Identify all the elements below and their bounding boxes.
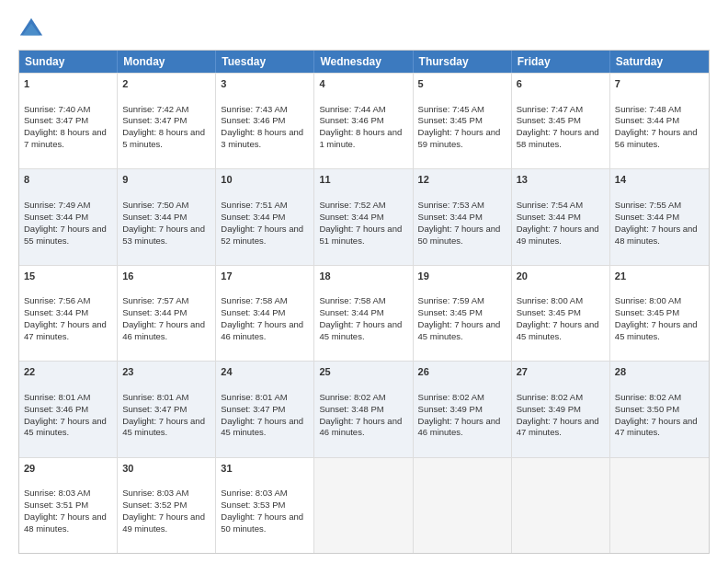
sunset-text: Sunset: 3:47 PM bbox=[122, 115, 187, 125]
cal-cell: 7Sunrise: 7:48 AMSunset: 3:44 PMDaylight… bbox=[610, 74, 709, 168]
cal-cell: 18Sunrise: 7:58 AMSunset: 3:44 PMDayligh… bbox=[314, 266, 413, 361]
day-number: 28 bbox=[615, 365, 704, 379]
sunrise-text: Sunrise: 8:01 AM bbox=[122, 392, 188, 402]
day-number: 11 bbox=[319, 173, 407, 187]
cal-header-tuesday: Tuesday bbox=[216, 51, 314, 73]
day-number: 14 bbox=[615, 173, 704, 187]
daylight-text: Daylight: 7 hours and 48 minutes. bbox=[615, 224, 698, 246]
sunrise-text: Sunrise: 7:40 AM bbox=[24, 104, 90, 114]
daylight-text: Daylight: 7 hours and 45 minutes. bbox=[615, 319, 698, 341]
sunrise-text: Sunrise: 8:02 AM bbox=[615, 392, 681, 402]
sunset-text: Sunset: 3:44 PM bbox=[517, 212, 581, 222]
daylight-text: Daylight: 7 hours and 45 minutes. bbox=[122, 416, 205, 438]
sunset-text: Sunset: 3:44 PM bbox=[221, 307, 285, 317]
cal-cell: 25Sunrise: 8:02 AMSunset: 3:48 PMDayligh… bbox=[314, 362, 413, 456]
cal-cell: 17Sunrise: 7:58 AMSunset: 3:44 PMDayligh… bbox=[216, 266, 314, 361]
daylight-text: Daylight: 7 hours and 46 minutes. bbox=[319, 416, 402, 438]
day-number: 22 bbox=[24, 365, 112, 379]
sunrise-text: Sunrise: 7:52 AM bbox=[319, 200, 385, 210]
sunrise-text: Sunrise: 7:57 AM bbox=[122, 295, 188, 305]
sunset-text: Sunset: 3:44 PM bbox=[319, 307, 383, 317]
cal-week-4: 22Sunrise: 8:01 AMSunset: 3:46 PMDayligh… bbox=[19, 361, 709, 456]
daylight-text: Daylight: 7 hours and 45 minutes. bbox=[319, 319, 402, 341]
daylight-text: Daylight: 7 hours and 45 minutes. bbox=[221, 416, 303, 438]
day-number: 3 bbox=[221, 77, 309, 91]
cal-week-2: 8Sunrise: 7:49 AMSunset: 3:44 PMDaylight… bbox=[19, 168, 709, 264]
sunset-text: Sunset: 3:44 PM bbox=[122, 307, 187, 317]
sunset-text: Sunset: 3:44 PM bbox=[418, 212, 483, 222]
sunrise-text: Sunrise: 7:53 AM bbox=[418, 200, 484, 210]
cal-week-5: 29Sunrise: 8:03 AMSunset: 3:51 PMDayligh… bbox=[19, 457, 709, 553]
daylight-text: Daylight: 7 hours and 53 minutes. bbox=[122, 224, 205, 246]
day-number: 6 bbox=[517, 77, 605, 91]
sunset-text: Sunset: 3:44 PM bbox=[319, 212, 383, 222]
sunset-text: Sunset: 3:46 PM bbox=[221, 115, 285, 125]
calendar: SundayMondayTuesdayWednesdayThursdayFrid… bbox=[18, 50, 710, 554]
sunrise-text: Sunrise: 8:01 AM bbox=[221, 392, 287, 402]
cal-cell: 27Sunrise: 8:02 AMSunset: 3:49 PMDayligh… bbox=[512, 362, 610, 456]
day-number: 26 bbox=[418, 365, 506, 379]
sunset-text: Sunset: 3:44 PM bbox=[615, 212, 679, 222]
cal-cell: 8Sunrise: 7:49 AMSunset: 3:44 PMDaylight… bbox=[19, 169, 118, 264]
daylight-text: Daylight: 7 hours and 58 minutes. bbox=[517, 127, 599, 149]
cal-cell: 16Sunrise: 7:57 AMSunset: 3:44 PMDayligh… bbox=[118, 266, 216, 361]
header bbox=[18, 17, 710, 42]
sunset-text: Sunset: 3:44 PM bbox=[615, 115, 679, 125]
sunset-text: Sunset: 3:47 PM bbox=[24, 115, 88, 125]
sunrise-text: Sunrise: 7:45 AM bbox=[418, 104, 484, 114]
day-number: 31 bbox=[221, 462, 309, 476]
sunrise-text: Sunrise: 7:58 AM bbox=[319, 295, 385, 305]
day-number: 30 bbox=[122, 462, 210, 476]
calendar-header-row: SundayMondayTuesdayWednesdayThursdayFrid… bbox=[19, 51, 709, 73]
cal-cell: 23Sunrise: 8:01 AMSunset: 3:47 PMDayligh… bbox=[118, 362, 216, 456]
sunrise-text: Sunrise: 7:55 AM bbox=[615, 200, 681, 210]
calendar-body: 1Sunrise: 7:40 AMSunset: 3:47 PMDaylight… bbox=[19, 73, 709, 553]
daylight-text: Daylight: 7 hours and 51 minutes. bbox=[319, 224, 402, 246]
day-number: 19 bbox=[418, 270, 506, 283]
day-number: 27 bbox=[517, 365, 605, 379]
sunset-text: Sunset: 3:52 PM bbox=[122, 500, 187, 510]
sunrise-text: Sunrise: 7:54 AM bbox=[517, 200, 583, 210]
daylight-text: Daylight: 8 hours and 7 minutes. bbox=[24, 127, 107, 149]
cal-cell: 29Sunrise: 8:03 AMSunset: 3:51 PMDayligh… bbox=[19, 458, 118, 553]
daylight-text: Daylight: 7 hours and 45 minutes. bbox=[24, 416, 107, 438]
daylight-text: Daylight: 7 hours and 47 minutes. bbox=[615, 416, 698, 438]
cal-cell: 9Sunrise: 7:50 AMSunset: 3:44 PMDaylight… bbox=[118, 169, 216, 264]
daylight-text: Daylight: 7 hours and 55 minutes. bbox=[24, 224, 107, 246]
sunrise-text: Sunrise: 7:49 AM bbox=[24, 200, 90, 210]
sunrise-text: Sunrise: 8:03 AM bbox=[221, 488, 287, 498]
sunset-text: Sunset: 3:46 PM bbox=[24, 404, 88, 414]
day-number: 18 bbox=[319, 270, 407, 283]
sunset-text: Sunset: 3:51 PM bbox=[24, 500, 88, 510]
daylight-text: Daylight: 7 hours and 46 minutes. bbox=[418, 416, 501, 438]
sunset-text: Sunset: 3:44 PM bbox=[24, 212, 88, 222]
cal-cell: 21Sunrise: 8:00 AMSunset: 3:45 PMDayligh… bbox=[610, 266, 709, 361]
cal-cell: 26Sunrise: 8:02 AMSunset: 3:49 PMDayligh… bbox=[414, 362, 512, 456]
day-number: 9 bbox=[122, 173, 210, 187]
sunset-text: Sunset: 3:45 PM bbox=[517, 307, 581, 317]
sunset-text: Sunset: 3:48 PM bbox=[319, 404, 383, 414]
sunset-text: Sunset: 3:49 PM bbox=[517, 404, 581, 414]
daylight-text: Daylight: 7 hours and 52 minutes. bbox=[221, 224, 303, 246]
cal-cell bbox=[414, 458, 512, 553]
daylight-text: Daylight: 7 hours and 49 minutes. bbox=[122, 511, 205, 534]
sunrise-text: Sunrise: 7:51 AM bbox=[221, 200, 287, 210]
cal-cell bbox=[610, 458, 709, 553]
cal-cell: 14Sunrise: 7:55 AMSunset: 3:44 PMDayligh… bbox=[610, 169, 709, 264]
daylight-text: Daylight: 7 hours and 48 minutes. bbox=[24, 511, 107, 534]
daylight-text: Daylight: 7 hours and 45 minutes. bbox=[418, 319, 501, 341]
logo bbox=[18, 17, 48, 42]
sunset-text: Sunset: 3:44 PM bbox=[221, 212, 285, 222]
sunrise-text: Sunrise: 8:02 AM bbox=[418, 392, 484, 402]
cal-cell: 28Sunrise: 8:02 AMSunset: 3:50 PMDayligh… bbox=[610, 362, 709, 456]
sunrise-text: Sunrise: 7:47 AM bbox=[517, 104, 583, 114]
sunrise-text: Sunrise: 7:48 AM bbox=[615, 104, 681, 114]
sunrise-text: Sunrise: 7:43 AM bbox=[221, 104, 287, 114]
cal-header-wednesday: Wednesday bbox=[314, 51, 413, 73]
cal-header-saturday: Saturday bbox=[610, 51, 709, 73]
day-number: 13 bbox=[517, 173, 605, 187]
sunrise-text: Sunrise: 8:00 AM bbox=[517, 295, 583, 305]
cal-header-sunday: Sunday bbox=[19, 51, 118, 73]
sunset-text: Sunset: 3:47 PM bbox=[221, 404, 285, 414]
day-number: 5 bbox=[418, 77, 506, 91]
